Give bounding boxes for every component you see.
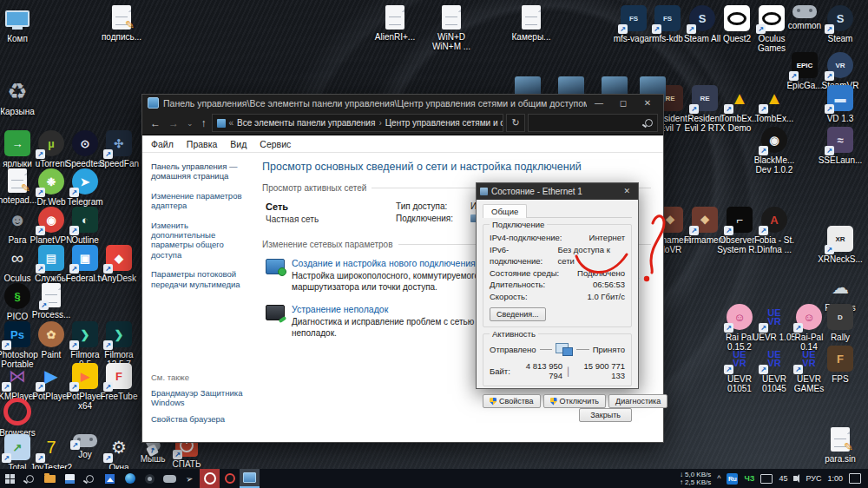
computers-icon (556, 343, 573, 356)
see-also-link-1[interactable]: Свойства браузера (151, 414, 255, 424)
search-input[interactable] (528, 114, 658, 132)
see-also-header: См. также (151, 373, 255, 382)
desktop-icon-kamery-doc[interactable]: Камеры... (503, 5, 559, 42)
antivirus-tray-icon[interactable]: ЧЗ (744, 474, 754, 483)
display-tray-icon[interactable] (760, 474, 773, 484)
minimize-button[interactable]: — (587, 95, 611, 111)
download-speed: 5,0 KB/s (685, 471, 711, 478)
shortcut-badge: ↗ (103, 264, 113, 274)
close-button[interactable]: ✕ (635, 95, 660, 111)
desktop-icon-blackme[interactable]: ◉↗BlackMe... Dev 1.0.2 (746, 127, 802, 175)
menu-bar: ФайлПравкаВидСервис (142, 135, 663, 153)
desktop-icon-tombex[interactable]: ▲↗TombEx... (746, 85, 802, 123)
dialog-close-icon[interactable]: ✕ (619, 183, 635, 200)
back-icon[interactable]: ← (148, 117, 163, 129)
desktop-icon-my-computer[interactable]: Комп (0, 5, 45, 43)
desktop-icon-outline[interactable]: ◐↗Outline (57, 207, 113, 245)
received-label: Принято (593, 345, 625, 354)
shortcut-badge: ↗ (618, 24, 628, 34)
shortcut-badge: ↗ (724, 104, 733, 114)
desktop-icon-xrnecks[interactable]: XR↗XRNeckS... (812, 226, 868, 264)
close-dialog-button[interactable]: Закрыть (579, 408, 632, 422)
desktop-icon-fps[interactable]: FFPS (812, 346, 868, 384)
history-dropdown-icon[interactable]: ⌄ (184, 119, 196, 128)
breadcrumb-segment-all-items[interactable]: Все элементы панели управления (237, 118, 375, 128)
menu-view[interactable]: Вид (230, 139, 247, 149)
shortcut-badge: ↗ (793, 365, 803, 374)
desktop-icon-recycle-bin[interactable]: ♻Карзына (0, 78, 45, 116)
network-name: Сеть (266, 201, 396, 212)
desktop-icon-speedfan[interactable]: ✣↗SpeedFan (91, 130, 147, 168)
tab-general[interactable]: Общие (483, 204, 527, 218)
cursor-app[interactable]: ➢ (180, 469, 200, 488)
up-icon[interactable]: ↑ (199, 117, 209, 129)
sidebar-item-0[interactable]: Панель управления — домашняя страница (151, 162, 252, 181)
blue-orb-app[interactable] (120, 469, 140, 488)
clock[interactable]: 1:00 (827, 474, 843, 483)
desktop-icon-alienri-doc[interactable]: AlienRI+... (367, 5, 423, 42)
dialog-title: Состояние - Ethernet 1 (491, 187, 615, 196)
details-button[interactable]: Сведения... (490, 307, 546, 321)
desktop-icon-freetube[interactable]: F↗FreeTube (91, 363, 147, 401)
gpu-temp-value[interactable]: 45 (779, 474, 787, 483)
sidebar-item-3[interactable]: Параметры потоковой передачи мультимедиа (151, 269, 252, 289)
start-button[interactable] (0, 469, 20, 488)
shortcut-badge: ↗ (759, 365, 768, 374)
desktop-icon-label: Комп (7, 34, 28, 43)
connection-group: Подключение IPv4-подключение:ИнтернетIPv… (483, 224, 632, 327)
notification-center-icon[interactable] (849, 473, 861, 484)
white-app[interactable] (60, 469, 80, 488)
desktop-icon-browsers[interactable]: Browsers (0, 398, 45, 438)
breadcrumb[interactable]: « Все элементы панели управления › Центр… (212, 114, 503, 132)
refresh-button[interactable]: ↻ (506, 114, 525, 132)
disable-button[interactable]: Отключить (543, 394, 607, 408)
desktop-icon-vd-13[interactable]: ▬↗VD 1.3 (812, 85, 868, 123)
maximize-button[interactable]: ◻ (611, 95, 635, 111)
shortcut-badge: ↗ (793, 323, 803, 333)
dialog-title-bar[interactable]: Состояние - Ethernet 1 ✕ (477, 183, 638, 200)
search-button[interactable] (20, 469, 40, 488)
window-title-bar[interactable]: Панель управления\Все элементы панели уп… (142, 95, 663, 111)
volume-icon[interactable] (793, 476, 797, 481)
menu-edit[interactable]: Правка (187, 139, 217, 149)
desktop-icon-process-doc[interactable]: ↗Process... (23, 283, 79, 320)
desktop-icon-fobia[interactable]: A↗Fobia - St. Dinfna ... (746, 207, 802, 254)
control-panel-window-button-icon (243, 472, 256, 483)
desktop-icon-steam[interactable]: S↗Steam (812, 5, 868, 43)
process-doc-icon: ↗ (42, 283, 61, 307)
forward-icon[interactable]: → (166, 117, 181, 129)
gamepad-app[interactable] (160, 469, 180, 488)
dark-app[interactable] (140, 469, 160, 488)
file-explorer[interactable] (40, 469, 60, 488)
control-panel-window-button[interactable] (240, 469, 260, 488)
sidebar-item-2[interactable]: Изменить дополнительные параметры общего… (151, 221, 252, 260)
network-speed-indicator[interactable]: ↓5,0 KB/s ↑2,5 KB/s (680, 471, 711, 486)
sidebar-item-1[interactable]: Изменение параметров адаптера (151, 191, 252, 211)
properties-button[interactable]: Свойства (483, 394, 541, 408)
language-indicator[interactable]: РУС (806, 474, 821, 483)
desktop-icon-podpis-doc[interactable]: подпись... (94, 5, 149, 42)
desktop-icon-anydesk[interactable]: ◆↗AnyDesk (91, 245, 147, 283)
desktop-icon-para-sin[interactable]: para.sin (812, 427, 868, 464)
see-also-section: См. также Брандмауэр Защитника WindowsСв… (151, 373, 255, 430)
see-also-link-0[interactable]: Брандмауэр Защитника Windows (151, 388, 255, 408)
everything-search[interactable] (80, 469, 100, 488)
opera-gx[interactable] (220, 469, 240, 488)
desktop-icon-label: подпись... (102, 32, 141, 42)
desktop-icon-rally[interactable]: DRally (812, 304, 868, 342)
desktop-icon-label: AlienRI+... (375, 32, 415, 42)
desktop-icon-label: BlackMe... Dev 1.0.2 (754, 155, 795, 175)
photos-app[interactable] (100, 469, 120, 488)
breadcrumb-segment-network-center[interactable]: Центр управления сетями и общим доступом (385, 118, 503, 128)
opera-browser[interactable] (200, 469, 220, 488)
tray-expand-icon[interactable]: ^ (717, 474, 720, 483)
alienri-doc-icon (385, 5, 404, 30)
desktop-icon-telegram[interactable]: ➤↗Telegram (57, 168, 113, 207)
desktop-icon-sselaun[interactable]: ≈↗SSELaun... (812, 127, 868, 165)
ru-tray-icon[interactable]: Ru (727, 473, 738, 485)
menu-file[interactable]: Файл (151, 139, 174, 149)
diagnose-button[interactable]: Диагностика (608, 394, 667, 408)
menu-tools[interactable]: Сервис (260, 139, 291, 149)
desktop-icon-win-d-doc[interactable]: WiN+D WiN+M ... (424, 5, 479, 51)
shortcut-badge: ↗ (756, 24, 766, 34)
